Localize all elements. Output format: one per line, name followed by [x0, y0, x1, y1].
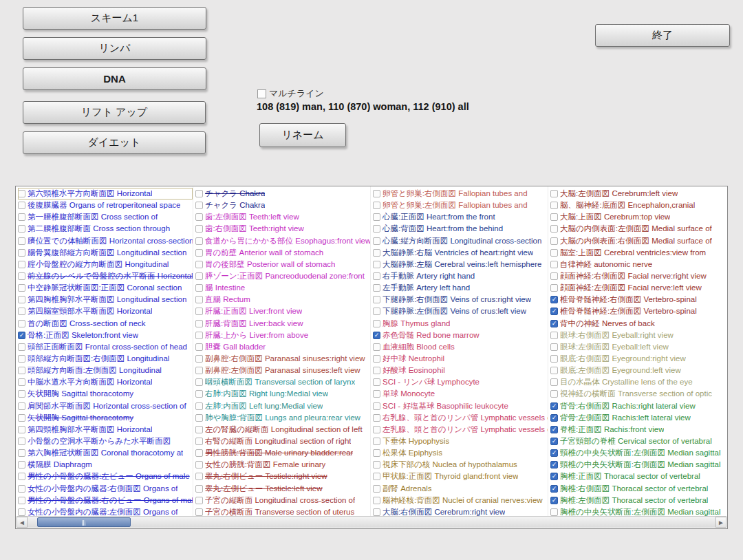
list-item[interactable]: 下腿静脈:右側面図 Veins of crus:right view — [373, 294, 548, 305]
list-item[interactable]: 好酸球 Eosinophil — [373, 365, 548, 376]
list-item[interactable]: 心臓:背面図 Heart:from the behind — [373, 223, 548, 235]
item-checkbox[interactable] — [373, 284, 380, 292]
item-checkbox[interactable] — [18, 426, 25, 433]
list-item[interactable]: 右乳腺、頭と首のリンパ管 Lymphatic vessels of — [373, 412, 548, 424]
list-item[interactable]: 大脳静脈:右脳 Ventricles of heart:right view — [373, 247, 548, 259]
item-checkbox-checked[interactable]: ✓ — [550, 461, 558, 469]
item-checkbox[interactable] — [550, 378, 558, 386]
list-item[interactable]: 大脳の内側表面:左側面図 Medial surface of — [550, 223, 724, 235]
list-item[interactable]: 小骨盤の空洞水平断からみた水平断面図 — [18, 435, 193, 447]
item-checkbox-checked[interactable]: ✓ — [550, 426, 558, 433]
list-item[interactable]: 胆嚢 Gall bladder — [195, 341, 370, 353]
item-checkbox[interactable] — [373, 378, 380, 386]
list-item[interactable]: 卵管と卵巣:右側面図 Fallopian tubes and — [373, 188, 548, 200]
item-checkbox[interactable] — [18, 367, 25, 374]
dna-button[interactable]: DNA — [23, 67, 206, 90]
item-checkbox-checked[interactable]: ✓ — [550, 449, 558, 457]
item-checkbox[interactable] — [18, 225, 25, 233]
list-item[interactable]: ✓赤色骨髄 Red bone marrow — [373, 330, 548, 341]
list-item[interactable]: 左乳腺、頭と首のリンパ管 Lymphatic vessels of — [373, 424, 548, 435]
item-checkbox[interactable] — [195, 320, 203, 327]
item-checkbox[interactable] — [373, 202, 380, 209]
list-item[interactable]: チャクラ Chakra — [195, 200, 370, 211]
item-checkbox[interactable] — [550, 213, 558, 221]
list-item[interactable]: 大脳の内側表面:右側面図 Medial surface of — [550, 235, 724, 247]
item-checkbox[interactable] — [18, 320, 25, 327]
item-checkbox[interactable] — [195, 414, 203, 422]
list-item[interactable]: 大脳静脈:左脳 Cerebral veins:left hemisphere — [373, 259, 548, 270]
list-item[interactable]: 睾丸:右側ビュー Testicle:right view — [195, 471, 370, 482]
item-checkbox[interactable] — [373, 237, 380, 245]
item-checkbox[interactable] — [373, 367, 380, 374]
list-item[interactable]: 顔面神経:左側面図 Facial nerve:left view — [550, 282, 724, 294]
item-checkbox[interactable] — [18, 461, 25, 469]
item-checkbox[interactable] — [195, 332, 203, 339]
list-item[interactable]: 血液細胞 Blood cells — [373, 341, 548, 353]
list-item[interactable]: 脳、脳神経:底面図 Encephalon,cranial — [550, 200, 724, 211]
anatomy-listbox[interactable]: 第六頸椎水平方向断面図 Horizontal後腹膜臓器 Organs of re… — [15, 186, 728, 529]
list-item[interactable]: ✓脊椎:正面図 Rachis:front view — [550, 424, 724, 435]
exit-button[interactable]: 終了 — [595, 24, 730, 47]
list-item[interactable]: 頭部縦方向断面図:右側面図 Longitudinal — [18, 353, 193, 365]
item-checkbox[interactable] — [18, 237, 25, 245]
diet-button[interactable]: ダイエット — [23, 131, 206, 154]
list-item[interactable]: 矢状開胸 Sagittal thoracotomy — [18, 412, 193, 424]
list-item[interactable]: 頭部正面断面図 Frontal cross-section of head — [18, 341, 193, 353]
scroll-right-arrow-icon[interactable]: ► — [715, 517, 726, 528]
list-item[interactable]: 矢状開胸 Sagittal thoracotomy — [18, 388, 193, 400]
item-checkbox[interactable] — [18, 473, 25, 480]
item-checkbox[interactable] — [373, 390, 380, 398]
list-item[interactable]: 第四頸椎胸部水平断面図 Horizontal — [18, 424, 193, 435]
item-checkbox-checked[interactable]: ✓ — [550, 402, 558, 410]
item-checkbox[interactable] — [373, 249, 380, 257]
list-item[interactable]: ✓頸椎の中央矢状断面:右側面図 Median sagittal — [550, 459, 724, 471]
list-item[interactable]: 膵ゾーン:正面図 Pancreoduodenal zone:front — [195, 270, 370, 282]
item-checkbox[interactable] — [373, 296, 380, 303]
list-item[interactable]: ✓子宮頸部の脊椎 Cervical sector of vertabral — [550, 435, 724, 447]
list-item[interactable]: 自律神経 autonomic nerve — [550, 259, 724, 270]
list-item[interactable]: 前立腺のレベルで骨盤腔の水平断面 Horizontal — [18, 270, 193, 282]
list-item[interactable]: 右手動脈 Artery right hand — [373, 270, 548, 282]
item-checkbox[interactable] — [195, 225, 203, 233]
item-checkbox[interactable] — [18, 190, 25, 197]
item-checkbox[interactable] — [18, 343, 25, 351]
item-checkbox[interactable] — [550, 249, 558, 257]
list-item[interactable]: 中脳水道水平方向断面図 Horizontal — [18, 376, 193, 388]
list-item[interactable]: 脳神経核:背面図 Nuclei of cranial nerves:view — [373, 495, 548, 506]
item-checkbox[interactable] — [195, 261, 203, 268]
horizontal-scrollbar[interactable]: ◄ ► — [17, 516, 726, 528]
list-item[interactable]: 肝臓:上から Liver:from above — [195, 330, 370, 341]
list-item[interactable]: ✓骨格:正面図 Skeleton:front view — [18, 330, 193, 341]
item-checkbox[interactable] — [550, 343, 558, 351]
item-checkbox[interactable] — [195, 473, 203, 480]
list-item[interactable]: 右肺:内面図 Right lung:Medial view — [195, 388, 370, 400]
item-checkbox[interactable] — [550, 508, 558, 516]
item-checkbox[interactable] — [195, 461, 203, 469]
item-checkbox[interactable] — [373, 473, 380, 480]
item-checkbox[interactable] — [18, 355, 25, 363]
item-checkbox[interactable] — [18, 202, 25, 209]
list-item[interactable]: 胃の後部壁 Posterior wall of stomach — [195, 259, 370, 270]
list-item[interactable]: ✓胸椎:左側面図 Thoracal sector of vertebral — [550, 495, 724, 506]
item-checkbox[interactable] — [195, 249, 203, 257]
list-item[interactable]: 胸腺 Thymus gland — [373, 318, 548, 330]
list-item[interactable]: 脳室:上面図 Cerebral ventricles:view from — [550, 247, 724, 259]
item-checkbox[interactable] — [550, 390, 558, 398]
list-item[interactable]: 肩関節水平断面図 Horizontal cross-section of — [18, 400, 193, 412]
scroll-left-arrow-icon[interactable]: ◄ — [17, 517, 28, 528]
list-item[interactable]: ✓背骨:右側面図 Rachis:right lateral view — [550, 400, 724, 412]
list-item[interactable]: 肝臓:正面図 Liver:front view — [195, 305, 370, 317]
list-item[interactable]: 子宮の縦断面 Longitudinal cross-section of — [195, 495, 370, 506]
item-checkbox[interactable] — [18, 402, 25, 410]
item-checkbox[interactable] — [550, 332, 558, 339]
list-item[interactable]: 左手動脈 Artery left hand — [373, 282, 548, 294]
list-item[interactable]: 胃の前壁 Anterior wall of stomach — [195, 247, 370, 259]
list-item[interactable]: 下垂体 Hypophysis — [373, 435, 548, 447]
multiline-checkbox-row[interactable]: マルチライン — [257, 87, 324, 100]
item-checkbox[interactable] — [195, 426, 203, 433]
list-item[interactable]: 心臓:縦方向断面図 Longitudinal cross-section — [373, 235, 548, 247]
list-item[interactable]: SCI - リンパ球 Lymphocyte — [373, 376, 548, 388]
list-item[interactable]: 第四脳室頸部水平断面図 Horizontal — [18, 305, 193, 317]
item-checkbox[interactable] — [195, 378, 203, 386]
list-item[interactable]: 咽頭横断面図 Transversal section of larynx — [195, 376, 370, 388]
